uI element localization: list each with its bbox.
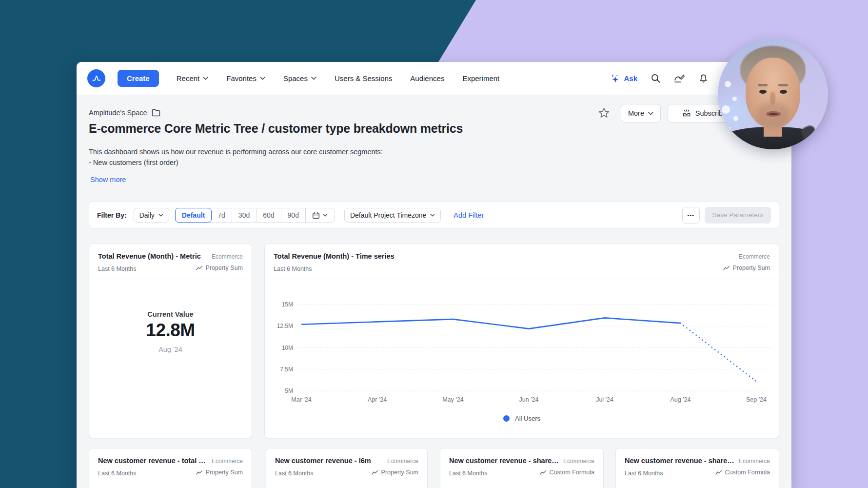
subscribe-inbox-icon bbox=[682, 108, 691, 118]
search-button[interactable] bbox=[651, 73, 661, 83]
notebooks-button[interactable] bbox=[674, 73, 685, 83]
legend-series-label[interactable]: All Users bbox=[515, 415, 540, 422]
card-space-label: Ecommerce bbox=[212, 458, 243, 465]
svg-text:Sep '24: Sep '24 bbox=[746, 396, 767, 403]
create-button[interactable]: Create bbox=[118, 70, 159, 87]
nav-item-favorites[interactable]: Favorites bbox=[226, 74, 265, 82]
measure-label: Custom Formula bbox=[550, 469, 594, 476]
svg-text:12.5M: 12.5M bbox=[277, 323, 293, 329]
more-label: More bbox=[628, 109, 644, 117]
card-title: Total Revenue (Month) - Time series bbox=[274, 251, 395, 262]
measure-label: Custom Formula bbox=[725, 469, 770, 476]
card-measure: Property Sum bbox=[196, 264, 243, 271]
card-header: New customer revenue - share ... Ecommer… bbox=[440, 448, 603, 483]
range-option-default[interactable]: Default bbox=[175, 208, 212, 223]
summary-card-new-customer-total: New customer revenue - total - ... Ecomm… bbox=[89, 448, 252, 488]
chevron-down-icon bbox=[203, 77, 208, 80]
range-option-90d[interactable]: 90d bbox=[281, 208, 305, 222]
card-measure: Custom Formula bbox=[540, 469, 594, 476]
svg-text:10M: 10M bbox=[282, 345, 293, 351]
dashboard-window: Create Recent Favorites Spaces Users & S… bbox=[77, 62, 791, 488]
top-nav: Create Recent Favorites Spaces Users & S… bbox=[77, 62, 791, 95]
card-measure: Custom Formula bbox=[715, 469, 770, 476]
breadcrumb[interactable]: Amplitude's Space bbox=[89, 109, 160, 117]
filter-overflow-button[interactable]: ••• bbox=[682, 207, 700, 224]
search-icon bbox=[651, 73, 661, 83]
add-filter-link[interactable]: Add Filter bbox=[454, 211, 484, 219]
amplitude-logo[interactable] bbox=[87, 69, 105, 87]
summary-card-new-customer-share-1: New customer revenue - share ... Ecommer… bbox=[440, 448, 604, 488]
filter-bar: Filter By: Daily Default 7d 30d 60d 90d … bbox=[89, 201, 779, 229]
timezone-value: Default Project Timezone bbox=[350, 211, 426, 219]
favorite-star-button[interactable] bbox=[598, 107, 610, 120]
metric-body: Current Value 12.8M Aug '24 bbox=[89, 310, 252, 353]
calendar-icon bbox=[312, 211, 320, 219]
date-range-segmented-control: Default 7d 30d 60d 90d bbox=[175, 208, 335, 223]
card-date-range: Last 6 Months bbox=[449, 470, 488, 477]
card-space-label: Ecommerce bbox=[739, 458, 770, 465]
card-header: New customer revenue - total - ... Ecomm… bbox=[89, 448, 252, 483]
nav-item-recent[interactable]: Recent bbox=[177, 74, 209, 82]
chevron-down-icon bbox=[323, 214, 328, 217]
nav-item-audiences[interactable]: Audiences bbox=[410, 74, 444, 82]
amplitude-wave-icon bbox=[91, 73, 102, 84]
card-title: New customer revenue - share ... bbox=[625, 456, 735, 466]
current-value: 12.8M bbox=[146, 320, 195, 341]
line-chart-icon bbox=[540, 470, 547, 475]
card-space-label: Ecommerce bbox=[387, 458, 418, 465]
more-button[interactable]: More bbox=[621, 104, 661, 122]
folder-icon bbox=[152, 109, 160, 117]
line-chart-icon bbox=[372, 470, 378, 475]
measure-label: Property Sum bbox=[206, 264, 243, 271]
granularity-dropdown[interactable]: Daily bbox=[134, 208, 169, 223]
nav-item-experiment[interactable]: Experiment bbox=[462, 74, 499, 82]
timeseries-chart: 5M7.5M10M12.5M15MMar '24Apr '24May '24Ju… bbox=[265, 289, 779, 411]
nav-item-label: Spaces bbox=[283, 74, 308, 82]
line-chart-icon bbox=[196, 470, 203, 475]
ask-button[interactable]: Ask bbox=[610, 73, 637, 84]
chevron-down-icon bbox=[648, 112, 653, 115]
card-title: New customer revenue - share ... bbox=[449, 456, 559, 466]
page-title: E-commerce Core Metric Tree / customer t… bbox=[89, 122, 463, 136]
card-header: Total Revenue (Month) - Metric Ecommerce… bbox=[89, 244, 252, 279]
line-chart-icon bbox=[723, 265, 730, 271]
current-value-label: Current Value bbox=[147, 310, 193, 318]
nav-right-actions: Ask bbox=[610, 73, 709, 84]
card-title: New customer revenue - total - ... bbox=[98, 456, 208, 466]
save-parameters-button[interactable]: Save Parameters bbox=[705, 207, 771, 224]
timeseries-card-total-revenue: Total Revenue (Month) - Time series Ecom… bbox=[264, 244, 779, 438]
svg-text:Aug '24: Aug '24 bbox=[670, 396, 690, 403]
current-value-date: Aug '24 bbox=[158, 346, 182, 353]
metric-card-total-revenue: Total Revenue (Month) - Metric Ecommerce… bbox=[89, 244, 252, 438]
card-measure: Property Sum bbox=[723, 264, 770, 271]
svg-text:May '24: May '24 bbox=[442, 396, 463, 403]
svg-text:Mar '24: Mar '24 bbox=[291, 396, 311, 403]
svg-text:15M: 15M bbox=[282, 301, 293, 308]
nav-item-label: Audiences bbox=[410, 74, 444, 82]
svg-text:5M: 5M bbox=[285, 387, 293, 394]
range-option-30d[interactable]: 30d bbox=[232, 208, 256, 222]
notebooks-icon bbox=[674, 73, 685, 83]
summary-card-new-customer-share-2: New customer revenue - share ... Ecommer… bbox=[615, 448, 779, 488]
chevron-down-icon bbox=[260, 77, 265, 80]
range-option-7d[interactable]: 7d bbox=[211, 208, 232, 222]
nav-item-users-sessions[interactable]: Users & Sessions bbox=[335, 74, 392, 82]
custom-date-range-button[interactable] bbox=[305, 208, 334, 222]
notifications-button[interactable] bbox=[698, 73, 709, 84]
show-more-link[interactable]: Show more bbox=[90, 176, 126, 183]
card-space-label: Ecommerce bbox=[563, 458, 594, 465]
nav-item-spaces[interactable]: Spaces bbox=[283, 74, 316, 82]
svg-text:7.5M: 7.5M bbox=[280, 366, 293, 373]
range-option-60d[interactable]: 60d bbox=[256, 208, 280, 222]
granularity-value: Daily bbox=[139, 211, 155, 219]
chevron-down-icon bbox=[430, 214, 435, 217]
card-date-range: Last 6 Months bbox=[98, 470, 137, 477]
measure-label: Property Sum bbox=[206, 469, 243, 476]
nav-items: Recent Favorites Spaces Users & Sessions… bbox=[177, 74, 500, 82]
card-date-range: Last 6 Months bbox=[274, 265, 312, 272]
nav-item-label: Experiment bbox=[462, 74, 499, 82]
star-icon bbox=[598, 107, 610, 118]
timezone-dropdown[interactable]: Default Project Timezone bbox=[344, 208, 441, 223]
svg-text:Jul '24: Jul '24 bbox=[596, 396, 613, 403]
card-measure: Property Sum bbox=[196, 469, 243, 476]
